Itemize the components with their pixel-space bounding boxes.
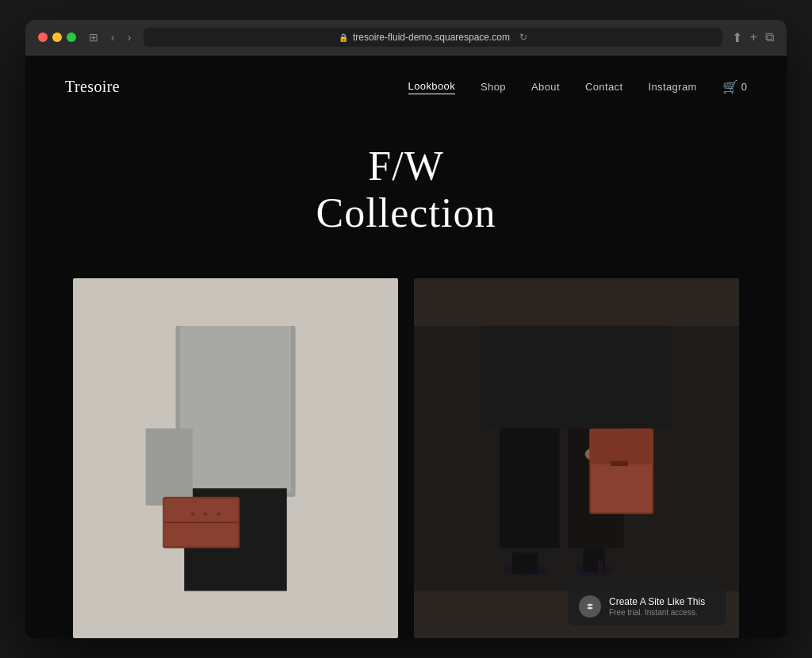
nav-shop[interactable]: Shop xyxy=(481,81,506,93)
forward-button[interactable]: › xyxy=(124,29,135,45)
site-header: Tresoire Lookbook Shop About Contact Ins… xyxy=(25,55,787,112)
cart-count: 0 xyxy=(741,81,747,93)
back-button[interactable]: ‹ xyxy=(108,29,118,45)
svg-rect-22 xyxy=(512,552,538,573)
browser-window: ⊞ ‹ › 🔒 tresoire-fluid-demo.squarespace.… xyxy=(25,20,787,638)
svg-rect-25 xyxy=(598,558,603,573)
browser-right-controls: ⬆ + ⧉ xyxy=(732,30,774,45)
svg-rect-4 xyxy=(146,428,193,505)
reload-button[interactable]: ↻ xyxy=(519,32,527,43)
traffic-light-green[interactable] xyxy=(67,33,76,42)
fashion-image-right[interactable]: Create A Site Like This Free trial. Inst… xyxy=(414,278,739,638)
svg-point-26 xyxy=(583,599,597,614)
squarespace-badge-text: Create A Site Like This Free trial. Inst… xyxy=(609,596,705,618)
fashion-image-left[interactable] xyxy=(73,278,398,638)
images-section: Create A Site Like This Free trial. Inst… xyxy=(25,278,787,638)
hero-title-line1: F/W xyxy=(368,143,444,189)
squarespace-badge-title: Create A Site Like This xyxy=(609,596,705,609)
nav-contact[interactable]: Contact xyxy=(585,81,623,93)
share-icon[interactable]: ⬆ xyxy=(732,30,742,45)
cart-area[interactable]: 🛒 0 xyxy=(722,79,747,94)
site-logo: Tresoire xyxy=(65,78,120,96)
svg-rect-19 xyxy=(591,430,652,464)
svg-point-11 xyxy=(216,512,220,515)
nav-about[interactable]: About xyxy=(531,81,560,93)
browser-chrome: ⊞ ‹ › 🔒 tresoire-fluid-demo.squarespace.… xyxy=(25,20,787,55)
lock-icon: 🔒 xyxy=(339,33,348,42)
squarespace-badge[interactable]: Create A Site Like This Free trial. Inst… xyxy=(568,587,726,625)
nav-instagram[interactable]: Instagram xyxy=(648,81,696,93)
address-bar[interactable]: 🔒 tresoire-fluid-demo.squarespace.com ↻ xyxy=(144,28,722,47)
svg-rect-2 xyxy=(180,326,291,492)
svg-rect-15 xyxy=(482,326,670,428)
squarespace-logo-icon xyxy=(579,595,601,618)
svg-point-9 xyxy=(191,512,194,515)
cart-icon: 🛒 xyxy=(722,79,738,94)
nav-lookbook[interactable]: Lookbook xyxy=(408,80,456,94)
site-content: Tresoire Lookbook Shop About Contact Ins… xyxy=(25,55,787,638)
hero-title-line2: Collection xyxy=(316,189,496,238)
traffic-light-red[interactable] xyxy=(38,33,48,42)
svg-point-10 xyxy=(204,512,207,515)
site-nav: Lookbook Shop About Contact Instagram 🛒 … xyxy=(408,79,747,94)
svg-rect-20 xyxy=(611,461,628,465)
squarespace-badge-subtitle: Free trial. Instant access. xyxy=(609,608,705,617)
new-tab-icon[interactable]: + xyxy=(750,30,757,44)
hero-section: F/W Collection xyxy=(25,112,787,278)
traffic-light-yellow[interactable] xyxy=(52,33,62,42)
url-text: tresoire-fluid-demo.squarespace.com xyxy=(353,32,510,43)
browser-controls: ⊞ ‹ › xyxy=(86,29,134,45)
window-icon[interactable]: ⊞ xyxy=(86,29,102,45)
tabs-icon[interactable]: ⧉ xyxy=(765,30,774,44)
traffic-lights xyxy=(38,33,76,42)
